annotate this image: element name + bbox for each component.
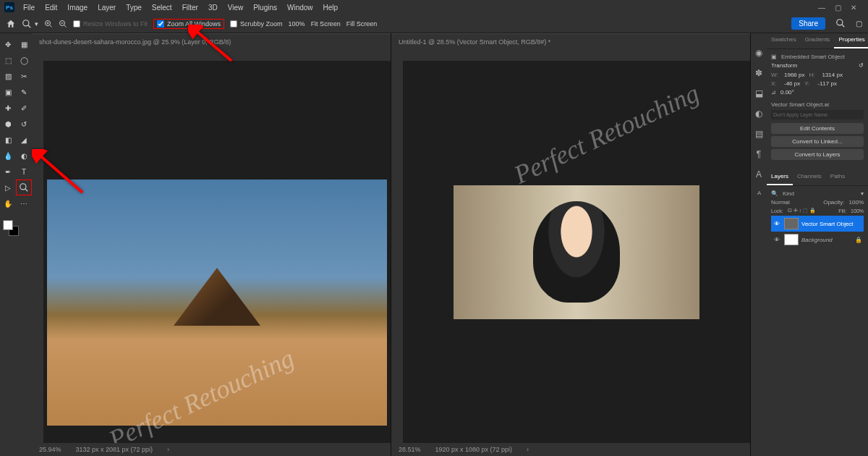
tab-paths[interactable]: Paths <box>826 170 849 185</box>
close-icon[interactable]: ✕ <box>849 3 858 12</box>
filter-icon[interactable]: 🔍 <box>771 190 778 197</box>
zoom-level[interactable]: 28.51% <box>399 446 421 453</box>
blend-mode[interactable]: Normal <box>771 199 790 206</box>
menu-filter[interactable]: Filter <box>178 2 203 13</box>
scrubby-zoom-checkbox[interactable]: Scrubby Zoom <box>230 20 283 28</box>
status-chevron-icon[interactable]: › <box>167 446 169 453</box>
eyedropper-tool[interactable]: ✎ <box>16 84 32 100</box>
eraser-tool[interactable]: ◧ <box>0 132 16 148</box>
color-panel-icon[interactable]: ◉ <box>755 48 762 58</box>
foreground-color[interactable] <box>3 220 13 230</box>
move-tool[interactable]: ✥ <box>0 36 16 52</box>
menu-help[interactable]: Help <box>319 2 343 13</box>
menu-file[interactable]: File <box>19 2 39 13</box>
convert-linked-button[interactable]: Convert to Linked... <box>771 136 864 147</box>
menu-window[interactable]: Window <box>283 2 318 13</box>
frame-tool[interactable]: ▣ <box>0 84 16 100</box>
selection-tool[interactable]: ▨ <box>0 68 16 84</box>
reset-icon[interactable]: ↺ <box>859 62 864 69</box>
zoom-out-icon[interactable] <box>59 20 67 28</box>
layer-name[interactable]: Background <box>801 237 833 243</box>
minimize-icon[interactable]: — <box>817 3 826 12</box>
canvas-left[interactable]: Perfect Retouching <box>43 61 391 443</box>
width-value[interactable]: 1966 px <box>784 72 804 78</box>
document-tab-left[interactable]: shot-dunes-desert-sahara-morocco.jpg @ 2… <box>32 33 391 49</box>
paragraph-panel-icon[interactable]: ¶ <box>757 149 761 159</box>
convert-layers-button[interactable]: Convert to Layers <box>771 149 864 160</box>
history-panel-icon[interactable]: ⬓ <box>755 88 763 98</box>
fit-screen-button[interactable]: Fit Screen <box>311 20 341 28</box>
height-value[interactable]: 1314 px <box>822 72 842 78</box>
tab-properties[interactable]: Properties <box>834 33 868 48</box>
ruler-horizontal[interactable] <box>391 49 750 61</box>
blur-tool[interactable]: 💧 <box>0 148 16 164</box>
lasso-tool[interactable]: ◯ <box>16 52 32 68</box>
workspace-icon[interactable]: ▢ <box>856 20 862 28</box>
resize-windows-checkbox[interactable]: Resize Windows to Fit <box>73 20 148 28</box>
visibility-icon[interactable]: 👁 <box>773 221 781 227</box>
y-value[interactable]: -117 px <box>817 80 837 87</box>
visibility-icon[interactable]: 👁 <box>773 237 781 243</box>
libraries-panel-icon[interactable]: ▤ <box>755 129 763 139</box>
zoom-tool-indicator[interactable]: ▾ <box>22 19 38 29</box>
opacity-value[interactable]: 100% <box>849 199 864 206</box>
zoom-100-button[interactable]: 100% <box>289 20 305 28</box>
crop-tool[interactable]: ✂ <box>16 68 32 84</box>
glyphs-panel-icon[interactable]: ᴬ <box>757 190 761 200</box>
menu-type[interactable]: Type <box>122 2 146 13</box>
x-value[interactable]: -46 px <box>784 80 800 87</box>
marquee-tool[interactable]: ⬚ <box>0 52 16 68</box>
brush-tool[interactable]: ✐ <box>16 100 32 116</box>
fill-screen-button[interactable]: Fill Screen <box>346 20 378 28</box>
menu-select[interactable]: Select <box>148 2 176 13</box>
menu-3d[interactable]: 3D <box>204 2 222 13</box>
adjustments-panel-icon[interactable]: ◐ <box>755 109 762 119</box>
angle-value[interactable]: 0.00° <box>780 89 794 96</box>
hand-tool[interactable]: ✋ <box>0 195 16 211</box>
brushes-panel-icon[interactable]: ✽ <box>755 68 762 78</box>
tab-channels[interactable]: Channels <box>793 170 826 185</box>
zoom-in-icon[interactable] <box>44 20 53 28</box>
canvas-right[interactable]: Perfect Retouching <box>403 61 750 443</box>
lock-icons[interactable]: ⊡ ✢ ↕ ⬚ 🔒 <box>788 208 816 214</box>
ruler-horizontal[interactable] <box>32 49 391 61</box>
menu-view[interactable]: View <box>224 2 248 13</box>
home-icon[interactable] <box>6 19 16 29</box>
layer-item-smart-object[interactable]: 👁 Vector Smart Object <box>771 216 864 232</box>
dodge-tool[interactable]: ◐ <box>16 148 32 164</box>
layer-name[interactable]: Vector Smart Object <box>801 221 854 227</box>
gradient-tool[interactable]: ◢ <box>16 132 32 148</box>
document-tab-right[interactable]: Untitled-1 @ 28.5% (Vector Smart Object,… <box>391 33 750 49</box>
healing-tool[interactable]: ✚ <box>0 100 16 116</box>
type-tool[interactable]: T <box>16 164 32 180</box>
tab-swatches[interactable]: Swatches <box>767 33 801 48</box>
stamp-tool[interactable]: ⬢ <box>0 116 16 132</box>
layer-thumbnail[interactable] <box>784 234 799 245</box>
menu-plugins[interactable]: Plugins <box>249 2 281 13</box>
history-brush-tool[interactable]: ↺ <box>16 116 32 132</box>
character-panel-icon[interactable]: A <box>756 169 762 180</box>
more-tools[interactable]: ⋯ <box>16 195 32 211</box>
tab-layers[interactable]: Layers <box>767 170 793 185</box>
status-chevron-icon[interactable]: › <box>527 446 529 453</box>
artboard-tool[interactable]: ▦ <box>16 36 32 52</box>
path-tool[interactable]: ▷ <box>0 180 16 195</box>
menu-image[interactable]: Image <box>63 2 92 13</box>
pen-tool[interactable]: ✒ <box>0 164 16 180</box>
tab-gradients[interactable]: Gradients <box>801 33 835 48</box>
share-button[interactable]: Share <box>791 17 825 30</box>
ruler-vertical[interactable] <box>32 61 43 443</box>
menu-layer[interactable]: Layer <box>93 2 120 13</box>
fill-value[interactable]: 100% <box>851 208 864 214</box>
ruler-vertical[interactable] <box>391 61 403 443</box>
zoom-tool[interactable] <box>16 180 32 195</box>
menu-edit[interactable]: Edit <box>41 2 61 13</box>
kind-filter[interactable]: Kind <box>783 190 794 197</box>
color-swatches[interactable] <box>0 217 32 239</box>
maximize-icon[interactable]: ▢ <box>833 3 842 12</box>
edit-contents-button[interactable]: Edit Contents <box>771 123 864 134</box>
zoom-all-windows-checkbox[interactable]: Zoom All Windows <box>153 19 224 29</box>
zoom-level[interactable]: 25.94% <box>39 446 61 453</box>
layer-thumbnail[interactable] <box>784 218 799 229</box>
layer-item-background[interactable]: 👁 Background 🔒 <box>771 232 864 248</box>
